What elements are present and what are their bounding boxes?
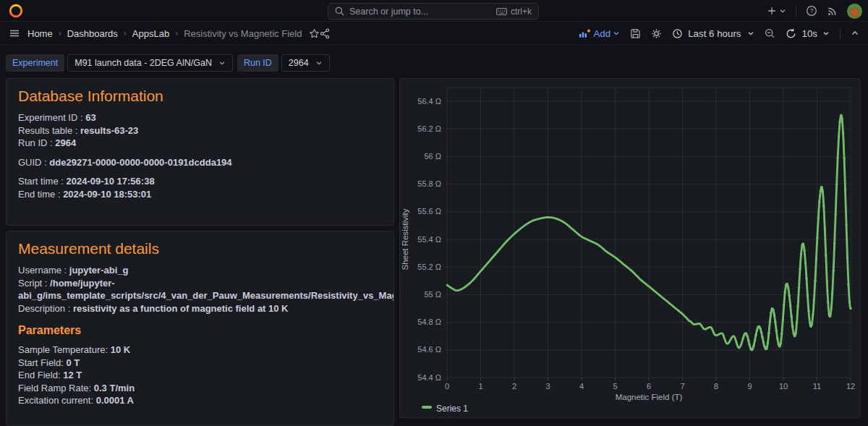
clock-icon [672, 28, 683, 39]
y-axis-tick-label: 55.6 Ω [417, 207, 441, 216]
divider [796, 5, 796, 17]
breadcrumb-separator-icon: › [59, 28, 61, 38]
info-line: Experiment ID : 63 [18, 111, 393, 124]
add-panel-icon [579, 28, 591, 39]
plus-icon [767, 6, 777, 16]
svg-text:?: ? [810, 7, 814, 14]
info-line: GUID : dde29271-0000-0000-0000-0191dcdda… [18, 156, 393, 169]
news-button[interactable] [827, 6, 838, 17]
y-axis-tick-label: 55 Ω [424, 290, 441, 299]
chevron-up-icon [851, 29, 859, 38]
x-axis-tick-label: 5 [613, 382, 617, 391]
x-axis-tick-label: 10 [779, 382, 788, 391]
info-line: Username : jupyter-abi_g [18, 264, 393, 277]
y-axis-tick-label: 56.2 Ω [417, 124, 441, 133]
x-axis-tick-label: 11 [813, 382, 821, 391]
panel-database-information: Database Information Experiment ID : 63R… [6, 78, 394, 226]
x-axis-tick-label: 0 [445, 382, 449, 391]
info-line: Run ID : 2964 [18, 137, 393, 150]
search-icon [335, 7, 344, 16]
refresh-icon [786, 28, 796, 39]
y-axis-tick-label: 56 Ω [424, 152, 441, 161]
y-axis-tick-label: 54.8 Ω [417, 318, 441, 326]
top-nav-bar: Search or jump to... ctrl+k ? [0, 0, 868, 22]
add-button[interactable]: Add [579, 28, 620, 39]
help-button[interactable]: ? [806, 5, 817, 17]
info-line: Start time : 2024-09-10 17:56:38 [18, 175, 393, 188]
y-axis-tick-label: 55.8 Ω [417, 179, 441, 188]
parameters-subheading: Parameters [18, 324, 382, 337]
new-menu-button[interactable] [767, 6, 786, 16]
panel-measurement-details: Measurement details Username : jupyter-a… [6, 231, 394, 426]
dashboard-settings-button[interactable] [651, 28, 662, 39]
magnifier-minus-icon [765, 28, 775, 39]
info-line: End time : 2024-09-10 18:53:01 [18, 188, 393, 201]
variable-dropdown[interactable]: M91 launch data - 2DEG AlN/GaN [67, 54, 233, 72]
info-line: Description : resistivity as a function … [18, 302, 393, 315]
variable-control: ExperimentM91 launch data - 2DEG AlN/GaN [6, 54, 233, 72]
zoom-out-time-button[interactable] [765, 28, 775, 39]
chevron-down-icon [747, 30, 754, 37]
chevron-down-icon [822, 30, 830, 37]
star-icon [309, 28, 320, 39]
save-dashboard-button[interactable] [630, 28, 641, 39]
user-avatar[interactable] [847, 4, 862, 19]
gear-icon [651, 28, 662, 39]
chevron-down-icon [779, 7, 786, 14]
dashboard-toolbar: Home›Dashboards›AppsLab›Resistivity vs M… [0, 22, 868, 45]
save-icon [630, 28, 641, 39]
variable-value: M91 launch data - 2DEG AlN/GaN [75, 58, 212, 68]
resistivity-vs-field-chart[interactable]: 54.4 Ω54.6 Ω54.8 Ω55 Ω55.2 Ω55.4 Ω55.6 Ω… [400, 79, 860, 417]
breadcrumb-item[interactable]: AppsLab [132, 28, 169, 39]
panel-resistivity-chart: 54.4 Ω54.6 Ω54.8 Ω55 Ω55.2 Ω55.4 Ω55.6 Ω… [399, 78, 861, 418]
search-input[interactable]: Search or jump to... ctrl+k [328, 3, 539, 20]
y-axis-tick-label: 54.6 Ω [417, 345, 441, 354]
breadcrumb-item[interactable]: Dashboards [67, 28, 118, 39]
collapse-toolbar-button[interactable] [851, 29, 859, 38]
info-line: Field Ramp Rate: 0.3 T/min [18, 382, 393, 395]
time-range-picker[interactable]: Last 6 hours [672, 28, 754, 39]
chevron-down-icon [315, 59, 323, 67]
panel-title: Measurement details [18, 240, 382, 257]
rss-icon [827, 6, 838, 17]
y-axis-title: Sheet Resistivity [401, 208, 409, 270]
breadcrumb-item: Resistivity vs Magnetic Field [184, 28, 302, 39]
x-axis-tick-label: 7 [680, 382, 684, 391]
time-range-label: Last 6 hours [688, 28, 741, 39]
legend-label: Series 1 [436, 404, 468, 414]
x-axis-title: Magnetic Field (T) [616, 393, 683, 401]
favorite-button[interactable] [309, 28, 320, 39]
info-line: Excitation current: 0.0001 A [18, 394, 393, 407]
info-line: End Field: 12 T [18, 369, 393, 382]
x-axis-tick-label: 4 [579, 382, 584, 391]
question-circle-icon: ? [806, 5, 817, 17]
info-line: Results table : results-63-23 [18, 124, 393, 137]
legend[interactable]: Series 1 [422, 404, 468, 414]
add-button-label: Add [593, 28, 610, 39]
variable-control: Run ID2964 [237, 54, 330, 72]
x-axis-tick-label: 1 [478, 382, 482, 391]
y-axis-tick-label: 56.4 Ω [417, 97, 441, 106]
variable-value: 2964 [289, 58, 309, 68]
chevron-down-icon [218, 59, 226, 67]
variable-dropdown[interactable]: 2964 [281, 54, 330, 72]
x-axis-tick-label: 2 [512, 382, 516, 391]
info-line: Script : /home/jupyter-abi_g/ims_templat… [18, 277, 393, 302]
x-axis-tick-label: 6 [647, 382, 651, 391]
chevron-down-icon [613, 30, 620, 37]
refresh-picker[interactable]: 10s [786, 28, 830, 39]
x-axis-tick-label: 8 [714, 382, 718, 391]
share-icon [320, 28, 331, 39]
divider [840, 27, 841, 39]
mega-menu-button[interactable] [9, 27, 20, 39]
legend-swatch [422, 406, 432, 409]
breadcrumb-separator-icon: › [124, 28, 127, 38]
breadcrumb-item[interactable]: Home [27, 28, 53, 39]
share-button[interactable] [320, 28, 331, 39]
y-axis-tick-label: 54.4 Ω [417, 373, 441, 382]
refresh-interval-label: 10s [802, 28, 818, 39]
grafana-logo[interactable] [9, 4, 23, 18]
x-axis-tick-label: 9 [747, 382, 752, 391]
search-shortcut: ctrl+k [511, 7, 532, 17]
variable-label: Run ID [237, 54, 278, 72]
